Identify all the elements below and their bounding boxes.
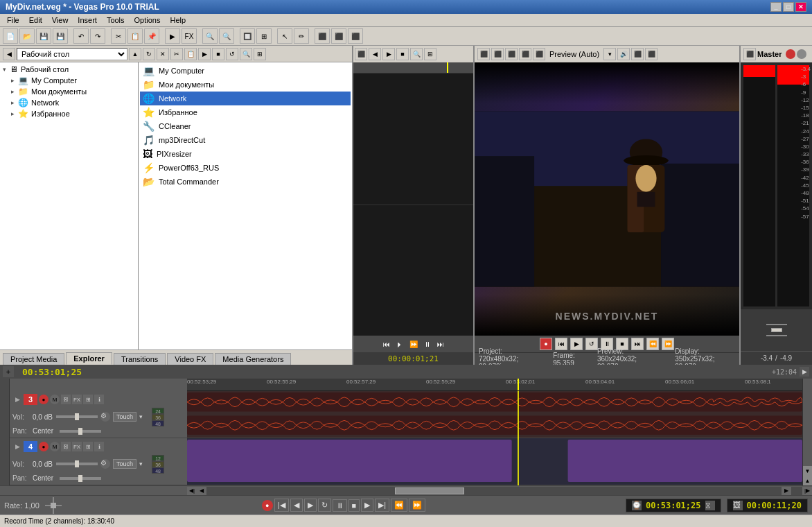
tab-video-fx[interactable]: Video FX xyxy=(167,353,213,365)
file-item-favorites[interactable]: ⭐ Избранное xyxy=(140,105,351,119)
track4-env-btn[interactable]: ⊞ xyxy=(83,442,93,451)
select-button[interactable]: ↖ xyxy=(277,28,292,44)
track-4-content[interactable] xyxy=(187,438,802,485)
track4-chain-btn[interactable]: ⛓ xyxy=(61,442,71,451)
exp-refresh-button[interactable]: ↻ xyxy=(143,48,155,60)
open-button[interactable]: 📂 xyxy=(19,28,35,44)
mini-next-btn[interactable]: ▶ xyxy=(382,48,395,60)
file-item-poweroff[interactable]: ⚡ PowerOff63_RUS xyxy=(140,161,351,175)
menu-file[interactable]: File xyxy=(3,15,24,26)
more-tool2[interactable]: ⬛ xyxy=(331,28,346,44)
nav-right[interactable] xyxy=(56,505,62,506)
track3-touch-btn[interactable]: Touch xyxy=(113,412,136,422)
nav-center-btn[interactable] xyxy=(51,503,56,508)
grid-button[interactable]: ⊞ xyxy=(256,28,272,44)
track3-env-btn[interactable]: ⊞ xyxy=(83,395,93,404)
zoom-out-button[interactable]: 🔍 xyxy=(219,28,234,44)
cut-button[interactable]: ✂ xyxy=(111,28,126,44)
location-dropdown[interactable]: Рабочий стол xyxy=(17,48,127,60)
file-item-network[interactable]: 🌐 Network xyxy=(140,92,351,105)
play-btn[interactable]: ▶ xyxy=(570,338,583,350)
rtc-icon[interactable]: 🖼 xyxy=(733,501,743,510)
mini-play-btn[interactable]: ⏵ xyxy=(394,340,405,349)
preview-frame-btn[interactable]: ⬛ xyxy=(505,48,518,60)
file-item-ccleaner[interactable]: 🔧 CCleaner xyxy=(140,119,351,133)
menu-edit[interactable]: Edit xyxy=(25,15,46,26)
file-item-pixresizer[interactable]: 🖼 PIXresizer xyxy=(140,147,351,161)
preview-ext-btn[interactable]: ⬛ xyxy=(631,48,644,60)
file-item-mycomputer[interactable]: 💻 My Computer xyxy=(140,64,351,78)
menu-options[interactable]: Options xyxy=(130,15,165,26)
h-scroll-start-btn[interactable]: ◀ xyxy=(197,487,206,495)
save-button[interactable]: 💾 xyxy=(36,28,51,44)
tab-project-media[interactable]: Project Media xyxy=(3,353,64,365)
menu-view[interactable]: View xyxy=(48,15,73,26)
nav-left[interactable] xyxy=(45,505,51,506)
track3-gear-btn[interactable]: ⚙ xyxy=(100,412,110,422)
track4-expand[interactable]: ▶ xyxy=(12,442,22,451)
h-scroll-left-btn[interactable]: ◀| xyxy=(187,487,197,495)
preview-mode-dropdown[interactable]: ▾ xyxy=(603,48,616,60)
bt-back-frame-btn[interactable]: ◀ xyxy=(290,499,303,512)
paste-button[interactable]: 📌 xyxy=(144,28,159,44)
nav-down[interactable] xyxy=(53,508,54,514)
tree-item-documents[interactable]: ▸ 📁 Мои документы xyxy=(10,86,136,97)
tree-item-desktop[interactable]: ▾ 🖥 Рабочий стол xyxy=(1,64,136,75)
exp-stop-button[interactable]: ■ xyxy=(212,48,224,60)
tree-item-favorites[interactable]: ▸ ⭐ Избранное xyxy=(10,108,136,119)
scroll-down-btn[interactable]: ▼ xyxy=(803,466,812,476)
preview-expand-btn[interactable]: ⬛ xyxy=(477,48,490,60)
menu-tools[interactable]: Tools xyxy=(103,15,129,26)
tc-icon[interactable]: ⌚ xyxy=(632,501,642,510)
track4-mute-btn[interactable]: M xyxy=(50,442,60,451)
bt-record-btn[interactable]: ● xyxy=(262,500,273,511)
mini-expand-btn[interactable]: ⬛ xyxy=(355,48,367,60)
copy-button[interactable]: 📋 xyxy=(127,28,143,44)
exp-zoom-button[interactable]: 🔍 xyxy=(240,48,252,60)
track3-vol-fader[interactable] xyxy=(56,415,98,418)
bt-fwd-end-btn[interactable]: ▶| xyxy=(375,499,389,512)
maximize-button[interactable]: □ xyxy=(783,2,794,12)
redo-button[interactable]: ↷ xyxy=(90,28,105,44)
tab-explorer[interactable]: Explorer xyxy=(66,352,112,365)
track3-touch-dropdown[interactable]: ▾ xyxy=(139,413,148,420)
snap-button[interactable]: 🔲 xyxy=(240,28,255,44)
bt-fwd-frame-btn[interactable]: ▶ xyxy=(361,499,373,512)
edit-button[interactable]: ✏ xyxy=(294,28,309,44)
track3-record-btn[interactable]: ● xyxy=(39,395,48,404)
mini-fwd-btn[interactable]: ⏩ xyxy=(407,340,420,349)
exp-delete-button[interactable]: ✕ xyxy=(157,48,169,60)
track4-touch-btn[interactable]: Touch xyxy=(113,459,136,469)
preview-over-btn[interactable]: ⬛ xyxy=(533,48,545,60)
bt-pause-btn[interactable]: ⏸ xyxy=(333,499,347,512)
mini-view-btn[interactable]: ⊞ xyxy=(424,48,436,60)
tc-marker[interactable]: ⧖ xyxy=(705,501,715,510)
h-scroll-end-btn[interactable]: |▶ xyxy=(802,487,812,495)
close-button[interactable]: ✕ xyxy=(795,2,806,12)
exp-view-button[interactable]: ⊞ xyxy=(254,48,266,60)
save-as-button[interactable]: 💾 xyxy=(53,28,68,44)
preview-vol-btn[interactable]: 🔊 xyxy=(617,48,630,60)
mini-prev-btn[interactable]: ◀ xyxy=(369,48,381,60)
track4-vol-fader[interactable] xyxy=(56,463,98,465)
mini-zoom-btn[interactable]: 🔍 xyxy=(410,48,423,60)
more-tool1[interactable]: ⬛ xyxy=(315,28,330,44)
master-record-btn[interactable] xyxy=(786,49,795,59)
exp-back-button[interactable]: ◀ xyxy=(3,48,15,60)
track-3-content[interactable] xyxy=(187,391,802,438)
tab-transitions[interactable]: Transitions xyxy=(114,353,166,365)
mini-pause-btn[interactable]: ⏸ xyxy=(422,340,433,349)
bt-stop-btn[interactable]: ■ xyxy=(348,499,360,512)
bt-ff-btn[interactable]: ⏩ xyxy=(409,499,425,512)
tl-scroll-right[interactable]: ▶ xyxy=(800,367,809,377)
track3-fx-btn[interactable]: FX xyxy=(72,395,82,404)
master-expand-btn[interactable]: ⬛ xyxy=(743,48,756,60)
track4-record-btn[interactable]: ● xyxy=(39,442,48,451)
exp-play-button[interactable]: ▶ xyxy=(198,48,211,60)
h-scroll-thumb[interactable] xyxy=(395,487,464,494)
exp-up-button[interactable]: ▲ xyxy=(129,48,141,60)
minimize-button[interactable]: _ xyxy=(770,2,782,12)
track3-info-btn[interactable]: ℹ xyxy=(94,395,104,404)
track3-pan-fader[interactable] xyxy=(60,430,101,433)
file-item-mydocs[interactable]: 📁 Мои документы xyxy=(140,78,351,92)
